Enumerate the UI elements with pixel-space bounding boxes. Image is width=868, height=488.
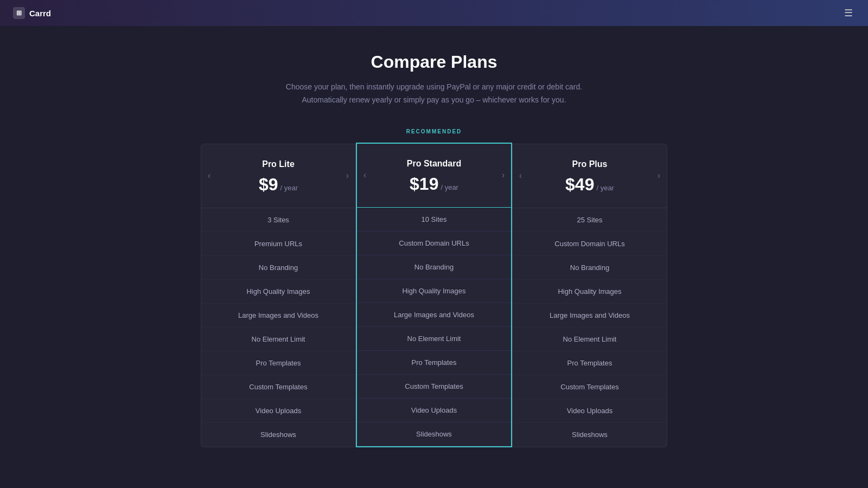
plan-card-pro-standard: ‹Pro Standard$19/ year›10 SitesCustom Do… <box>356 143 512 447</box>
feature-pro-standard-10-sites: 10 Sites <box>357 208 511 232</box>
feature-pro-lite-no-element-limit: No Element Limit <box>201 328 355 351</box>
plan-prev-pro-plus[interactable]: ‹ <box>515 169 526 183</box>
plan-amount-pro-plus: $49 <box>565 175 594 195</box>
feature-pro-lite-3-sites: 3 Sites <box>201 208 355 232</box>
plan-next-pro-lite[interactable]: › <box>342 169 353 183</box>
plan-header-pro-plus: ‹Pro Plus$49/ year› <box>513 144 667 208</box>
feature-pro-standard-custom-templates: Custom Templates <box>357 375 511 399</box>
feature-pro-lite-premium-urls: Premium URLs <box>201 232 355 256</box>
feature-pro-plus-no-branding: No Branding <box>513 256 667 280</box>
plan-next-pro-plus[interactable]: › <box>653 169 665 183</box>
plan-next-pro-standard[interactable]: › <box>497 168 509 182</box>
feature-pro-standard-no-branding: No Branding <box>357 255 511 279</box>
main-content: Compare Plans Choose your plan, then ins… <box>0 26 868 447</box>
feature-pro-standard-no-element-limit: No Element Limit <box>357 327 511 351</box>
plan-card-pro-lite: ‹Pro Lite$9/ year›3 SitesPremium URLsNo … <box>201 144 356 447</box>
feature-pro-lite-custom-templates: Custom Templates <box>201 375 355 399</box>
brand-logo: ⊞ Carrd <box>13 7 51 19</box>
feature-pro-lite-no-branding: No Branding <box>201 256 355 280</box>
plan-price-pro-plus: $49/ year <box>565 175 614 195</box>
plan-period-pro-plus: / year <box>596 184 614 192</box>
feature-pro-lite-large-images-and-videos: Large Images and Videos <box>201 304 355 328</box>
brand-name: Carrd <box>29 9 51 18</box>
plan-name-pro-plus: Pro Plus <box>572 159 608 169</box>
feature-pro-lite-video-uploads: Video Uploads <box>201 399 355 423</box>
feature-pro-lite-pro-templates: Pro Templates <box>201 351 355 375</box>
feature-pro-standard-video-uploads: Video Uploads <box>357 399 511 422</box>
plan-price-pro-standard: $19/ year <box>410 174 458 194</box>
feature-pro-standard-custom-domain-urls: Custom Domain URLs <box>357 232 511 255</box>
plans-outer: ‹Pro Lite$9/ year›3 SitesPremium URLsNo … <box>0 144 868 447</box>
feature-pro-plus-high-quality-images: High Quality Images <box>513 280 667 304</box>
feature-pro-plus-slideshows: Slideshows <box>513 423 667 446</box>
feature-pro-lite-slideshows: Slideshows <box>201 423 355 446</box>
page-title: Compare Plans <box>371 52 497 72</box>
plan-amount-pro-lite: $9 <box>259 175 278 195</box>
feature-pro-plus-custom-domain-urls: Custom Domain URLs <box>513 232 667 256</box>
feature-pro-lite-high-quality-images: High Quality Images <box>201 280 355 304</box>
plan-header-pro-standard: ‹Pro Standard$19/ year› <box>357 144 511 208</box>
feature-pro-plus-video-uploads: Video Uploads <box>513 399 667 423</box>
feature-pro-plus-large-images-and-videos: Large Images and Videos <box>513 304 667 328</box>
plan-amount-pro-standard: $19 <box>410 174 438 194</box>
navbar: ⊞ Carrd ☰ <box>0 0 868 26</box>
feature-pro-standard-large-images-and-videos: Large Images and Videos <box>357 303 511 327</box>
plan-period-pro-standard: / year <box>441 183 458 191</box>
plan-name-pro-lite: Pro Lite <box>262 159 295 169</box>
plan-prev-pro-lite[interactable]: ‹ <box>203 169 215 183</box>
feature-pro-plus-pro-templates: Pro Templates <box>513 351 667 375</box>
hamburger-button[interactable]: ☰ <box>842 5 855 21</box>
feature-pro-standard-pro-templates: Pro Templates <box>357 351 511 375</box>
plan-header-pro-lite: ‹Pro Lite$9/ year› <box>201 144 355 208</box>
brand-icon: ⊞ <box>13 7 25 19</box>
plan-name-pro-standard: Pro Standard <box>407 159 461 169</box>
plan-prev-pro-standard[interactable]: ‹ <box>359 168 371 182</box>
plans-container: ‹Pro Lite$9/ year›3 SitesPremium URLsNo … <box>201 144 667 447</box>
feature-pro-plus-no-element-limit: No Element Limit <box>513 328 667 351</box>
plan-price-pro-lite: $9/ year <box>259 175 298 195</box>
feature-pro-plus-custom-templates: Custom Templates <box>513 375 667 399</box>
feature-pro-standard-slideshows: Slideshows <box>357 422 511 446</box>
page-subtitle: Choose your plan, then instantly upgrade… <box>286 81 582 107</box>
plan-period-pro-lite: / year <box>280 184 298 192</box>
feature-pro-standard-high-quality-images: High Quality Images <box>357 279 511 303</box>
feature-pro-plus-25-sites: 25 Sites <box>513 208 667 232</box>
plan-card-pro-plus: ‹Pro Plus$49/ year›25 SitesCustom Domain… <box>512 144 667 447</box>
recommended-label: RECOMMENDED <box>406 129 462 134</box>
